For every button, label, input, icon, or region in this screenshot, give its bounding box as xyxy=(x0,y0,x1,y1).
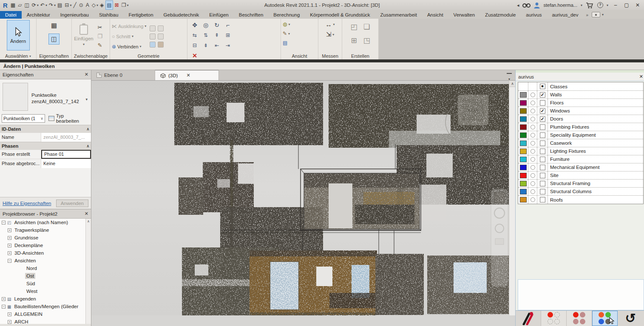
panel-label-auswaehlen[interactable]: Auswählen▾ xyxy=(0,53,36,59)
class-row-mechanical[interactable]: Mechanical Equipment xyxy=(518,163,643,171)
create-parts-icon[interactable]: ⊞ xyxy=(348,34,360,47)
class-row-site[interactable]: Site xyxy=(518,171,643,180)
modify-button[interactable]: Ändern xyxy=(7,20,30,51)
property-value[interactable]: Keine xyxy=(41,159,91,168)
select-all-checkbox[interactable]: ■ xyxy=(540,84,545,89)
tab-koerpermodell[interactable]: Körpermodell & Grundstück xyxy=(305,11,375,19)
class-color-swatch[interactable] xyxy=(520,149,527,154)
class-checkbox[interactable] xyxy=(540,189,545,194)
maximize-button[interactable]: ▢ xyxy=(623,2,630,8)
open-icon[interactable]: ▱ xyxy=(17,1,23,9)
edit-type-button[interactable]: Typ bearbeiten xyxy=(47,114,89,123)
tree-item[interactable]: +3D-Ansichten xyxy=(0,249,91,257)
show-one-class-button[interactable] xyxy=(541,311,567,326)
class-color-swatch[interactable] xyxy=(520,92,527,98)
close-view-icon[interactable]: ✕ xyxy=(186,73,190,78)
tree-item-nord[interactable]: Nord xyxy=(0,264,91,272)
sync-icon[interactable]: ⟳ xyxy=(31,1,37,9)
create-assembly-icon[interactable]: ❏ xyxy=(360,20,373,34)
class-color-swatch[interactable] xyxy=(520,181,527,186)
class-radio[interactable] xyxy=(531,157,535,162)
pin-icon[interactable]: ⇞ xyxy=(211,30,222,40)
tag-icon[interactable]: ⊙ xyxy=(78,1,84,9)
tree-item[interactable]: −Ansichten xyxy=(0,257,91,264)
class-radio[interactable] xyxy=(531,165,535,170)
trim-icon[interactable]: ⌐ xyxy=(222,20,233,30)
class-checkbox[interactable]: ✓ xyxy=(540,92,545,98)
split-icon[interactable]: ⇅ xyxy=(200,30,211,40)
materials-icon[interactable]: ▦ xyxy=(48,20,60,31)
tree-item-legenden[interactable]: +▤Legenden xyxy=(0,295,91,303)
override-graphics-button[interactable]: ✎▾ xyxy=(283,29,316,38)
class-color-swatch[interactable] xyxy=(520,173,527,178)
tree-expander[interactable]: + xyxy=(8,228,11,232)
geometry-tool-icon[interactable] xyxy=(150,25,156,31)
class-checkbox[interactable] xyxy=(540,132,545,138)
tree-expander[interactable]: − xyxy=(8,259,11,263)
tree-item[interactable]: +ARCH xyxy=(0,318,91,324)
class-row-roofs[interactable]: Roofs xyxy=(518,196,643,204)
class-row-windows[interactable]: ✓Windows xyxy=(518,107,643,115)
class-row-casework[interactable]: Casework xyxy=(518,139,643,147)
create-group-icon[interactable]: ◰ xyxy=(348,20,360,34)
close-icon[interactable]: ✕ xyxy=(85,72,88,77)
tree-expander[interactable]: + xyxy=(8,312,11,316)
join-button[interactable]: ⊕Verbinden▾ xyxy=(112,42,146,51)
class-row-speciality[interactable]: Speciality Equipment xyxy=(518,131,643,139)
tree-item[interactable]: +Grundrisse xyxy=(0,234,91,242)
tree-item[interactable]: +Deckenpläne xyxy=(0,242,91,249)
scale-icon[interactable]: ⊟ xyxy=(189,40,200,51)
save-icon[interactable]: ◫ xyxy=(23,1,30,9)
class-color-swatch[interactable] xyxy=(520,141,527,146)
tab-stahlbau[interactable]: Stahlbau xyxy=(94,11,123,19)
properties-palette-header[interactable]: Eigenschaften ✕ xyxy=(0,70,91,79)
collapse-section-icon[interactable]: ∧ xyxy=(86,127,89,131)
caret-down-icon[interactable]: ▾ xyxy=(37,3,39,7)
cut-icon[interactable]: ✂ xyxy=(96,23,104,32)
section-icon[interactable]: ⊟ xyxy=(64,1,70,9)
class-radio[interactable] xyxy=(531,101,535,105)
class-row-structural-framing[interactable]: Structural Framing xyxy=(518,180,643,188)
tab-verwalten[interactable]: Verwalten xyxy=(448,11,480,19)
tab-fertigbeton[interactable]: Fertigbeton xyxy=(123,11,158,19)
tab-aurivus[interactable]: aurivus xyxy=(521,11,547,19)
tree-expander[interactable]: + xyxy=(8,320,11,324)
tab-gebaeudetechnik[interactable]: Gebäudetechnik xyxy=(159,11,204,19)
user-avatar-icon[interactable] xyxy=(534,2,540,8)
close-icon[interactable]: ✕ xyxy=(639,74,643,79)
class-radio[interactable] xyxy=(531,133,535,138)
property-value[interactable]: Phase 01 xyxy=(41,150,91,159)
panel-label-zwischenablage[interactable]: Zwischenablage xyxy=(72,53,110,59)
tab-zusammenarbeit[interactable]: Zusammenarbeit xyxy=(375,11,422,19)
undo-classification-button[interactable]: ↺ xyxy=(618,311,643,326)
caret-down-icon[interactable]: ▾ xyxy=(54,3,56,7)
class-checkbox[interactable] xyxy=(540,165,545,170)
match-properties-icon[interactable]: ✎ xyxy=(96,41,104,50)
tab-berechnung[interactable]: Berechnung xyxy=(268,11,305,19)
scroll-up-icon[interactable]: ∧ xyxy=(509,81,516,87)
class-row-plumbing[interactable]: Plumbing Fixtures xyxy=(518,123,643,131)
rotate-icon[interactable]: ↻ xyxy=(211,20,222,30)
class-checkbox[interactable]: ✓ xyxy=(540,116,545,122)
hammer-icon[interactable] xyxy=(158,42,164,48)
caret-down-icon[interactable]: ▾ xyxy=(607,3,608,7)
hide-element-button[interactable]: ▤ xyxy=(283,39,316,47)
text-icon[interactable]: A xyxy=(85,1,90,9)
minimize-button[interactable]: – xyxy=(612,2,619,8)
render-icon[interactable]: ◈ xyxy=(99,1,105,9)
tree-expander[interactable]: + xyxy=(8,251,11,255)
tab-overflow-icon[interactable]: » xyxy=(583,11,591,19)
notch-button[interactable]: ⋉Ausklinkung▾ xyxy=(112,22,146,31)
tree-expander[interactable]: − xyxy=(2,305,6,309)
project-browser-scrollbar[interactable]: ∧ xyxy=(85,219,91,324)
tab-ingenieurbau[interactable]: Ingenieurbau xyxy=(55,11,94,19)
tree-expander[interactable]: + xyxy=(2,297,6,301)
switch-windows-icon[interactable]: ❐ xyxy=(121,1,127,9)
canvas-vertical-scrollbar[interactable]: ∧ xyxy=(509,81,515,315)
show-all-classes-button[interactable] xyxy=(592,311,618,326)
lightbulb-button[interactable]: ◍▾ xyxy=(283,20,316,28)
panel-label-geometrie[interactable]: Geometrie xyxy=(110,53,187,59)
tree-expander[interactable]: + xyxy=(8,236,11,240)
class-checkbox[interactable]: ✓ xyxy=(540,108,545,114)
caret-down-icon[interactable]: ▾ xyxy=(127,3,128,7)
